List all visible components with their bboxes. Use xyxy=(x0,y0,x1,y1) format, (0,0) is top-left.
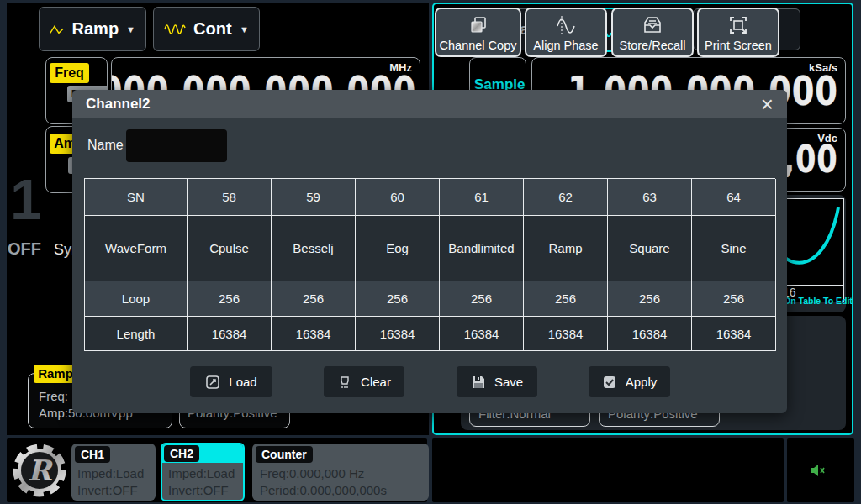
table-cell[interactable]: 16384 xyxy=(524,317,608,351)
table-cell[interactable]: 256 xyxy=(692,281,776,317)
load-icon xyxy=(205,375,220,390)
chevron-down-icon: ▼ xyxy=(240,24,249,34)
apply-button[interactable]: Apply xyxy=(589,366,670,397)
mode-select-label: Cont xyxy=(193,19,232,39)
ch1-invert: Invert:OFF xyxy=(77,483,138,497)
table-cell[interactable]: Eog xyxy=(356,216,440,281)
clear-button[interactable]: Clear xyxy=(324,366,404,397)
load-label: Load xyxy=(229,375,256,389)
brand-logo: R xyxy=(12,443,67,498)
ch1-status-tab[interactable]: CH1 Imped:Load Invert:OFF xyxy=(71,444,156,501)
table-cell[interactable]: 16384 xyxy=(356,317,440,351)
ch2-invert: Invert:OFF xyxy=(168,483,229,497)
table-cell[interactable]: 58 xyxy=(188,179,272,216)
clear-brush-icon xyxy=(337,375,352,390)
counter-freq: Freq:0.000,000 Hz xyxy=(260,466,364,480)
dialog-title: Channel2 xyxy=(86,96,151,113)
waveform-select-label: Ramp xyxy=(72,19,119,39)
table-cell[interactable]: Bandlimited xyxy=(440,216,524,281)
table-cell[interactable]: Besselj xyxy=(272,216,356,281)
edit-hint: On Table To Edit xyxy=(784,296,853,306)
channel2-dialog: Channel2 × Name SN 58 59 60 61 62 63 64 … xyxy=(72,90,787,413)
bottom-mid-section xyxy=(432,438,784,502)
table-cell[interactable]: 256 xyxy=(524,281,608,317)
name-input[interactable] xyxy=(126,129,227,162)
table-cell[interactable]: 256 xyxy=(188,281,272,317)
svg-text:R: R xyxy=(28,454,54,487)
freq-badge[interactable]: Freq xyxy=(50,63,89,83)
copy-icon xyxy=(467,14,489,36)
align-phase-button[interactable]: Align Phase xyxy=(525,8,607,57)
counter-badge: Counter xyxy=(256,446,313,463)
table-header: Loop xyxy=(85,281,188,317)
table-cell[interactable]: Sine xyxy=(692,216,776,281)
table-cell[interactable]: 59 xyxy=(272,179,356,216)
table-cell[interactable]: Ramp xyxy=(524,216,608,281)
print-screen-button[interactable]: Print Screen xyxy=(697,8,779,57)
table-cell[interactable]: 60 xyxy=(356,179,440,216)
ramp-wave-icon xyxy=(50,22,65,37)
store-recall-label: Store/Recall xyxy=(620,39,686,52)
table-cell[interactable]: 61 xyxy=(440,179,524,216)
channel-copy-label: Channel Copy xyxy=(440,39,517,52)
table-cell[interactable]: 64 xyxy=(692,179,776,216)
store-recall-icon xyxy=(642,14,663,36)
print-screen-label: Print Screen xyxy=(705,39,772,52)
table-header: WaveForm xyxy=(85,216,188,281)
align-phase-icon xyxy=(554,14,578,36)
print-screen-icon xyxy=(727,14,749,36)
table-cell[interactable]: 16384 xyxy=(188,317,272,351)
sequence-table[interactable]: SN 58 59 60 61 62 63 64 WaveForm Cpulse … xyxy=(84,178,775,351)
table-cell[interactable]: 256 xyxy=(356,281,440,317)
apply-check-icon xyxy=(602,375,617,390)
buzzer-status[interactable] xyxy=(809,462,829,482)
ramp-freq-line: Freq: xyxy=(39,389,68,403)
waveform-select[interactable]: Ramp ▼ xyxy=(39,7,146,51)
table-cell[interactable]: 62 xyxy=(524,179,608,216)
save-floppy-icon xyxy=(471,375,486,390)
apply-label: Apply xyxy=(626,375,658,389)
cont-wave-icon xyxy=(164,22,186,37)
ch2-status-tab[interactable]: CH2 Imped:Load Invert:OFF xyxy=(161,443,245,501)
table-cell[interactable]: 256 xyxy=(272,281,356,317)
save-label: Save xyxy=(494,375,523,389)
dialog-header[interactable]: Channel2 × xyxy=(72,90,787,118)
table-cell[interactable]: 16384 xyxy=(692,317,776,351)
table-cell[interactable]: 16384 xyxy=(440,317,524,351)
counter-status-tab[interactable]: Counter Freq:0.000,000 Hz Period:0.000,0… xyxy=(252,444,429,501)
table-cell[interactable]: 256 xyxy=(608,281,692,317)
table-header: Length xyxy=(85,317,188,351)
channel-state: OFF xyxy=(8,239,41,259)
table-header: SN xyxy=(85,179,188,216)
mode-select[interactable]: Cont ▼ xyxy=(153,7,260,51)
table-cell[interactable]: 16384 xyxy=(272,317,356,351)
align-phase-label: Align Phase xyxy=(533,39,598,52)
chevron-down-icon: ▼ xyxy=(126,24,135,34)
clear-label: Clear xyxy=(361,375,391,389)
table-cell[interactable]: 16384 xyxy=(608,317,692,351)
name-label: Name xyxy=(87,138,124,153)
ch2-imped: Imped:Load xyxy=(168,466,235,480)
ch1-badge: CH1 xyxy=(75,446,110,463)
table-cell[interactable]: 63 xyxy=(608,179,692,216)
ramp-info-badge: Ramp xyxy=(34,365,77,383)
load-button[interactable]: Load xyxy=(190,366,272,397)
table-cell[interactable]: Cpulse xyxy=(188,216,272,281)
table-cell[interactable]: Square xyxy=(608,216,692,281)
speaker-muted-icon xyxy=(809,462,829,479)
counter-period: Period:0.000,000,000s xyxy=(260,483,387,497)
gear-logo-icon: R xyxy=(12,443,67,498)
channel-number: 1 xyxy=(10,166,42,232)
ch1-imped: Imped:Load xyxy=(77,466,144,480)
ch2-badge: CH2 xyxy=(164,445,199,462)
table-cell[interactable]: 256 xyxy=(440,281,524,317)
save-button[interactable]: Save xyxy=(457,366,537,397)
close-icon[interactable]: × xyxy=(761,93,774,115)
channel-copy-button[interactable]: Channel Copy xyxy=(435,8,521,57)
store-recall-button[interactable]: Store/Recall xyxy=(611,8,694,57)
